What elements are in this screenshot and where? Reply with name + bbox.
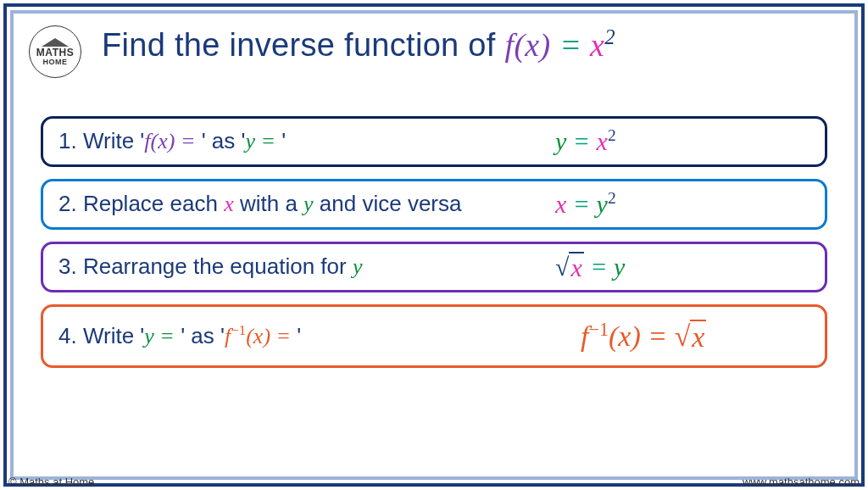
step-2-num: 2. xyxy=(58,191,83,216)
copyright-text: © Maths at Home xyxy=(8,476,94,488)
step-4-fiexp: −1 xyxy=(231,322,246,338)
logo-text-top: MATHS xyxy=(36,47,74,58)
s3-rhs-x: x xyxy=(570,253,581,281)
step-1: 1. Write 'f(x) = ' as 'y = ' y = x2 xyxy=(41,116,827,167)
step-1-num: 1. xyxy=(58,128,83,153)
s3-rhs-y: y xyxy=(614,253,625,281)
step-4-math: f−1(x) = √x xyxy=(581,319,801,354)
step-2-math: x = y2 xyxy=(555,189,776,219)
website-text: www.mathsathome.com xyxy=(743,476,860,488)
step-1-math: y = x2 xyxy=(555,126,776,156)
s1-rhs-eq: = xyxy=(566,127,596,155)
step-3-num: 3. xyxy=(58,253,83,279)
s4-rhs-x: x xyxy=(690,320,706,354)
s2-rhs-x: x xyxy=(555,190,566,218)
slide-body: MATHS HOME Find the inverse function of … xyxy=(10,10,858,480)
title-exp: 2 xyxy=(604,25,615,48)
step-1-y: y = xyxy=(246,129,276,153)
s1-rhs-y: y xyxy=(555,127,566,155)
step-2-y: y xyxy=(303,192,314,216)
step-3-math: √x = y xyxy=(555,252,776,282)
step-3: 3. Rearrange the equation for y √x = y xyxy=(41,242,827,292)
title-x: x xyxy=(590,27,604,63)
step-4-t1: Write ' xyxy=(83,323,144,348)
s2-rhs-y: y xyxy=(597,190,608,218)
step-4-fix: (x) = xyxy=(246,324,291,348)
sqrt-icon: √x xyxy=(555,252,584,282)
step-4-y: y = xyxy=(144,324,175,348)
s3-rhs-eq: = xyxy=(584,253,614,281)
outer-border: MATHS HOME Find the inverse function of … xyxy=(3,3,865,487)
step-1-t3: ' xyxy=(275,128,286,153)
step-2-t1: Replace each xyxy=(83,191,224,216)
step-1-fx: f(x) = xyxy=(144,129,195,153)
step-1-t1: Write ' xyxy=(83,128,144,153)
house-roof-icon xyxy=(42,38,69,47)
step-2-text: 2. Replace each x with a y and vice vers… xyxy=(58,191,462,217)
step-2-t3: and vice versa xyxy=(314,191,462,216)
step-4-t2: ' as ' xyxy=(175,323,225,348)
s2-rhs-exp: 2 xyxy=(608,189,616,207)
step-3-y: y xyxy=(353,254,363,279)
title-eq: = xyxy=(559,27,590,63)
step-4: 4. Write 'y = ' as 'f−1(x) = ' f−1(x) = … xyxy=(41,304,827,368)
s1-rhs-x: x xyxy=(597,127,608,155)
title-prefix: Find the inverse function of xyxy=(102,27,505,63)
s2-rhs-eq: = xyxy=(566,190,596,218)
s4-rhs-exp: −1 xyxy=(588,319,609,340)
page-title: Find the inverse function of f(x) = x2 xyxy=(102,25,831,64)
logo-badge: MATHS HOME xyxy=(29,25,81,78)
sqrt-icon-result: √x xyxy=(675,320,707,354)
step-2: 2. Replace each x with a y and vice vers… xyxy=(41,179,827,230)
steps-container: 1. Write 'f(x) = ' as 'y = ' y = x2 2. R… xyxy=(37,116,831,368)
step-3-t1: Rearrange the equation for xyxy=(83,253,353,279)
step-4-t3: ' xyxy=(291,323,301,348)
step-3-text: 3. Rearrange the equation for y xyxy=(58,253,362,280)
step-1-text: 1. Write 'f(x) = ' as 'y = ' xyxy=(58,128,286,154)
title-fx: f(x) xyxy=(505,27,551,63)
step-2-x: x xyxy=(224,192,234,216)
step-4-text: 4. Write 'y = ' as 'f−1(x) = ' xyxy=(58,322,301,349)
logo-text-bottom: HOME xyxy=(43,58,68,66)
s1-rhs-exp: 2 xyxy=(608,126,616,144)
step-4-num: 4. xyxy=(58,323,83,348)
s4-rhs-paren: (x) = xyxy=(609,320,675,352)
step-2-t2: with a xyxy=(234,191,303,216)
step-1-t2: ' as ' xyxy=(195,128,245,153)
